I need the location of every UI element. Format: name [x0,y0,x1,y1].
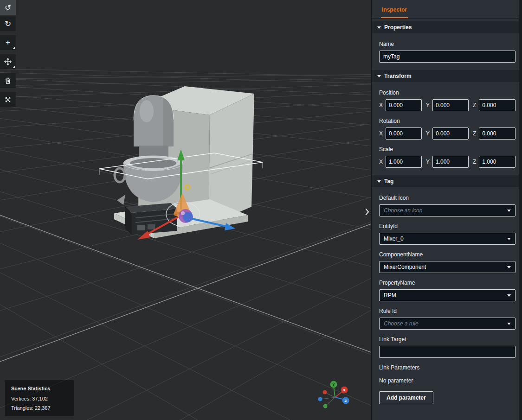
undo-button[interactable]: ↺ [0,0,16,15]
3d-viewport[interactable]: Y X Z ↺ ↻ + [0,0,371,420]
move-icon [4,57,12,66]
position-y-input[interactable] [432,99,469,111]
rule-id-select[interactable]: Choose a rule [379,318,516,330]
axis-x-letter: X [379,102,383,108]
component-name-value: MixerComponent [384,264,426,270]
move-tool-button[interactable] [0,54,16,69]
link-target-label: Link Target [379,336,516,343]
triangles-count: Triangles: 22,367 [11,405,68,411]
property-name-value: RPM [384,292,396,299]
property-name-label: PropertyName [379,280,516,286]
section-body-tag: Default Icon Choose an icon EntityId Mix… [372,187,522,406]
redo-button[interactable]: ↻ [0,16,16,31]
dropdown-caret-icon [507,266,511,268]
name-input[interactable] [379,51,516,63]
trash-icon [4,76,12,85]
scene-canvas[interactable]: Y X Z [0,0,371,420]
axis-y-letter: Y [426,159,430,165]
section-body-transform: Position X Y Z Rotation X Y [372,82,522,170]
vertices-count: Vertices: 37,102 [11,396,68,401]
section-header-transform[interactable]: Transform [372,70,522,82]
section-body-properties: Name [372,33,522,64]
panel-scrollbar[interactable] [519,0,522,420]
default-icon-select[interactable]: Choose an icon [379,204,516,216]
link-target-input[interactable] [379,346,516,358]
section-header-properties[interactable]: Properties [372,21,522,33]
no-parameter-text: No parameter [379,377,516,384]
section-caret-icon [377,75,381,77]
section-title-transform: Transform [384,73,412,79]
section-header-tag[interactable]: Tag [372,175,522,187]
scene-statistics-panel: Scene Statistics Vertices: 37,102 Triang… [5,380,74,416]
rule-id-value: Choose a rule [384,320,419,327]
axis-z-letter: Z [473,159,476,165]
axis-z-letter: Z [473,102,476,108]
scene-statistics-title: Scene Statistics [11,386,68,391]
add-parameter-button[interactable]: Add parameter [379,391,433,404]
rule-id-label: Rule Id [379,308,516,314]
rotation-z-input[interactable] [479,127,516,140]
axis-x-letter: X [379,130,383,137]
position-row: X Y Z [379,99,516,111]
section-title-properties: Properties [384,24,412,31]
component-name-select[interactable]: MixerComponent [379,261,516,273]
link-parameters-label: Link Parameters [379,364,516,371]
position-x-input[interactable] [386,99,422,111]
transform-icon [4,95,12,104]
undo-icon: ↺ [5,3,11,13]
axis-x-letter: X [379,159,383,165]
default-icon-label: Default Icon [379,195,516,201]
axis-z-label: Z [345,399,347,403]
scale-row: X Y Z [379,156,516,168]
dropdown-caret-icon [507,294,511,297]
delete-button[interactable] [0,73,16,88]
dropdown-caret-icon [507,238,511,240]
add-icon: + [6,38,10,47]
chevron-right-icon [364,207,370,216]
section-title-tag: Tag [384,178,393,185]
dropdown-caret-icon [507,323,511,325]
dropdown-caret-icon [507,210,511,212]
scale-x-input[interactable] [386,156,422,168]
transform-mode-button[interactable] [0,92,16,107]
default-icon-value: Choose an icon [384,207,422,214]
property-name-select[interactable]: RPM [379,289,516,301]
axis-x-label: X [343,388,346,392]
entity-id-select[interactable]: Mixer_0 [379,233,516,245]
viewport-toolbar: ↺ ↻ + [0,0,17,107]
inspector-header: Inspector [372,0,522,19]
rotation-row: X Y Z [379,127,516,140]
position-z-input[interactable] [479,99,516,111]
rotation-label: Rotation [379,118,516,124]
axis-y-label: Y [332,382,335,387]
add-object-button[interactable]: + [0,35,16,50]
rotation-y-input[interactable] [432,127,469,140]
panel-collapse-chevron[interactable] [362,205,371,218]
axis-y-letter: Y [426,130,430,137]
section-caret-icon [377,26,381,29]
name-label: Name [379,41,516,47]
entity-id-label: EntityId [379,223,516,229]
axis-orientation-gizmo[interactable]: Y X Z [318,381,349,408]
component-name-label: ComponentName [379,251,516,258]
entity-id-value: Mixer_0 [384,235,404,242]
axis-y-letter: Y [426,102,430,108]
axis-z-letter: Z [473,130,476,137]
scale-label: Scale [379,146,516,153]
rotation-x-input[interactable] [386,127,422,140]
redo-icon: ↻ [5,19,11,29]
scale-z-input[interactable] [479,156,516,168]
tab-inspector[interactable]: Inspector [381,6,408,18]
scale-y-input[interactable] [432,156,469,168]
section-caret-icon [377,180,381,183]
position-label: Position [379,89,516,96]
inspector-panel: Inspector Properties Name Transform Posi… [371,0,522,420]
